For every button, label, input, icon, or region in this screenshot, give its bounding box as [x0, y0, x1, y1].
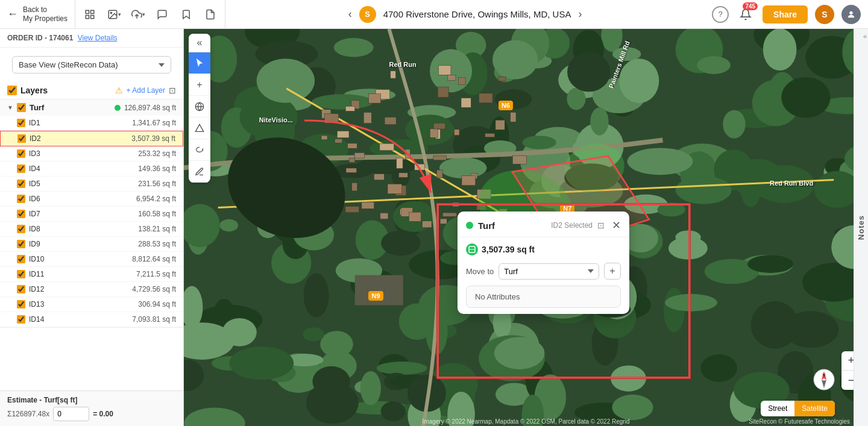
popup-area-value: 3,507.39 sq ft: [482, 245, 535, 254]
item-checkbox[interactable]: [17, 270, 25, 278]
list-item[interactable]: ID1 1,341.67 sq ft: [0, 116, 183, 131]
item-checkbox[interactable]: [17, 119, 25, 127]
svg-marker-10: [195, 124, 203, 131]
item-id-label: ID10: [29, 255, 128, 263]
list-item[interactable]: ID14 7,093.81 sq ft: [0, 312, 183, 327]
item-area-label: 7,093.81 sq ft: [132, 315, 176, 324]
add-layer-button[interactable]: + Add Layer: [127, 86, 165, 95]
item-checkbox[interactable]: [17, 195, 25, 203]
map-collapse-section: «: [189, 34, 210, 52]
list-item[interactable]: ID5 231.56 sq ft: [0, 177, 183, 192]
item-checkbox[interactable]: [17, 300, 25, 309]
view-details-link[interactable]: View Details: [78, 34, 118, 42]
lasso-tool-button[interactable]: [189, 139, 210, 161]
list-item[interactable]: ID13 306.94 sq ft: [0, 297, 183, 312]
upload-icon[interactable]: ▾: [128, 5, 148, 24]
item-area-label: 306.94 sq ft: [138, 300, 176, 309]
layers-checkbox[interactable]: [7, 86, 17, 95]
notification-count: 745: [743, 2, 758, 10]
item-checkbox[interactable]: [17, 315, 25, 324]
item-checkbox[interactable]: [17, 149, 25, 158]
item-checkbox[interactable]: [17, 164, 25, 173]
notes-collapse-button[interactable]: «: [863, 33, 867, 40]
item-checkbox[interactable]: [17, 225, 25, 233]
header-right: ? 745 Share S: [705, 5, 868, 24]
list-item[interactable]: ID7 160.58 sq ft: [0, 207, 183, 222]
next-property-button[interactable]: ›: [578, 8, 582, 20]
list-item[interactable]: ID9 288.53 sq ft: [0, 237, 183, 252]
item-checkbox[interactable]: [17, 210, 25, 218]
item-id-label: ID7: [29, 210, 134, 218]
back-arrow-icon[interactable]: ←: [7, 8, 18, 20]
item-checkbox[interactable]: [17, 285, 25, 293]
item-checkbox[interactable]: [17, 134, 26, 143]
compass: N: [813, 369, 835, 393]
bookmark-icon[interactable]: [177, 5, 196, 24]
chat-icon[interactable]: [153, 5, 172, 24]
list-item[interactable]: ID6 6,954.2 sq ft: [0, 192, 183, 207]
list-item[interactable]: ID11 7,211.5 sq ft: [0, 267, 183, 282]
estimate-row: Σ126897.48x = 0.00: [7, 407, 176, 421]
turf-group-header[interactable]: ▼ Turf 126,897.48 sq ft: [0, 99, 183, 116]
layers-icon[interactable]: [80, 5, 99, 24]
order-id: ORDER ID - 174061: [7, 34, 73, 42]
list-item[interactable]: ID4 149.36 sq ft: [0, 161, 183, 177]
profile-menu-button[interactable]: [841, 5, 861, 24]
user-avatar[interactable]: S: [815, 5, 834, 24]
header: ← Back to My Properties ▾ ▾ ‹ S 4700 Riv…: [0, 0, 868, 29]
list-item[interactable]: ID3 253.32 sq ft: [0, 146, 183, 161]
collapse-arrow-icon[interactable]: ▼: [7, 104, 13, 111]
satellite-view-button[interactable]: Satellite: [794, 401, 835, 416]
document-icon[interactable]: [201, 5, 220, 24]
list-item[interactable]: ID10 8,812.64 sq ft: [0, 252, 183, 267]
turf-group-name: Turf: [30, 103, 111, 112]
turf-group-area: 126,897.48 sq ft: [124, 104, 176, 112]
image-icon[interactable]: ▾: [104, 5, 124, 24]
order-info: ORDER ID - 174061 View Details: [0, 29, 183, 48]
share-button[interactable]: Share: [763, 5, 808, 23]
item-checkbox[interactable]: [17, 240, 25, 248]
item-checkbox[interactable]: [17, 255, 25, 263]
move-to-select[interactable]: Turf: [498, 263, 599, 280]
back-label[interactable]: Back to My Properties: [23, 5, 68, 23]
pen-tool-button[interactable]: [189, 161, 210, 183]
item-area-label: 231.56 sq ft: [138, 180, 176, 188]
header-center: ‹ S 4700 Riverstone Drive, Owings Mills,…: [225, 6, 705, 23]
globe-tool-button[interactable]: [189, 96, 210, 117]
cursor-tool-button[interactable]: [189, 52, 210, 74]
item-checkbox[interactable]: [17, 180, 25, 188]
collapse-toolbar-button[interactable]: «: [192, 36, 207, 49]
estimate-bar: Estimate - Turf[sq ft] Σ126897.48x = 0.0…: [0, 390, 183, 426]
list-item[interactable]: ID12 4,729.56 sq ft: [0, 282, 183, 297]
item-id-label: ID5: [29, 180, 134, 188]
item-area-label: 1,341.67 sq ft: [132, 119, 176, 127]
prev-property-button[interactable]: ‹: [348, 8, 352, 20]
header-tools: ▾ ▾: [75, 0, 225, 28]
street-view-button[interactable]: Street: [761, 401, 794, 416]
list-item[interactable]: ID2 3,507.39 sq ft: [0, 131, 183, 146]
turf-group-checkbox[interactable]: [17, 103, 26, 112]
base-view-select[interactable]: Base View (SiteRecon Data): [12, 56, 171, 74]
warning-icon: ⚠: [115, 86, 123, 95]
estimate-formula: Σ126897.48x: [7, 410, 49, 418]
add-category-button[interactable]: +: [604, 263, 621, 280]
list-item[interactable]: ID8 138.21 sq ft: [0, 222, 183, 237]
map-toolbar: « +: [189, 34, 210, 183]
notification-button[interactable]: 745: [736, 5, 755, 24]
help-button[interactable]: ?: [712, 6, 729, 23]
map-area[interactable]: « + N6 N7 N9 N5 Red Run NiteVisio... Pai…: [184, 29, 868, 426]
item-area-label: 149.36 sq ft: [138, 164, 176, 173]
item-area-label: 288.53 sq ft: [138, 240, 176, 248]
estimate-multiplier-input[interactable]: [53, 407, 89, 421]
popup-selection-info: ID2 Selected: [551, 221, 593, 230]
zoom-tool-button[interactable]: +: [189, 74, 210, 96]
popup-expand-icon[interactable]: ⊡: [597, 221, 605, 230]
polygon-tool-button[interactable]: [189, 117, 210, 139]
item-area-label: 253.32 sq ft: [138, 149, 176, 158]
back-navigation: ← Back to My Properties: [0, 0, 75, 28]
filter-icon[interactable]: ⊡: [169, 86, 176, 95]
compass-icon: N: [813, 369, 835, 390]
notes-label: Notes: [857, 215, 866, 240]
popup-layer-name: Turf: [478, 221, 546, 231]
popup-close-button[interactable]: ✕: [612, 219, 621, 232]
